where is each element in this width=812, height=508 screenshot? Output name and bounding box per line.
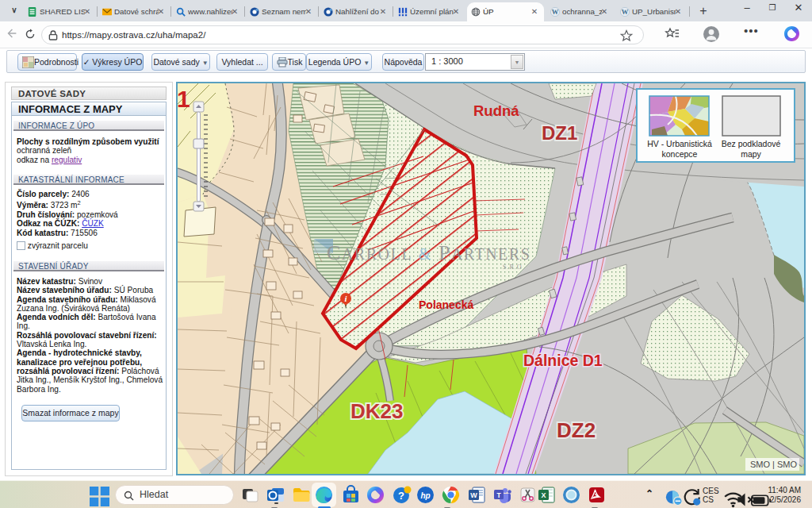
- svg-text:Rudná: Rudná: [473, 102, 519, 119]
- svg-text:DK23: DK23: [350, 399, 403, 423]
- svg-text:T: T: [496, 491, 501, 499]
- svg-text:W: W: [552, 8, 559, 16]
- svg-text:hp: hp: [420, 491, 430, 500]
- svg-text:1: 1: [178, 86, 190, 112]
- svg-text:CARROLL & PARTNERS: CARROLL & PARTNERS: [327, 241, 530, 264]
- svg-text:?: ?: [398, 490, 404, 502]
- svg-text:Bez podkladové: Bez podkladové: [722, 139, 781, 148]
- svg-text:Polanecká: Polanecká: [419, 298, 473, 311]
- svg-text:X: X: [541, 491, 546, 499]
- svg-text:koncepce: koncepce: [662, 149, 698, 159]
- svg-text:Dálnice D1: Dálnice D1: [523, 352, 603, 369]
- svg-text:HV - Urbanistická: HV - Urbanistická: [647, 139, 712, 148]
- svg-text:W: W: [622, 8, 629, 16]
- svg-text:DZ1: DZ1: [542, 122, 577, 144]
- svg-text:mapy: mapy: [741, 149, 761, 159]
- svg-text:W: W: [470, 491, 477, 499]
- svg-text:SMO | SMO: SMO | SMO: [750, 460, 798, 469]
- svg-text:DZ2: DZ2: [557, 418, 596, 442]
- svg-text:S.R.O: S.R.O: [503, 264, 523, 271]
